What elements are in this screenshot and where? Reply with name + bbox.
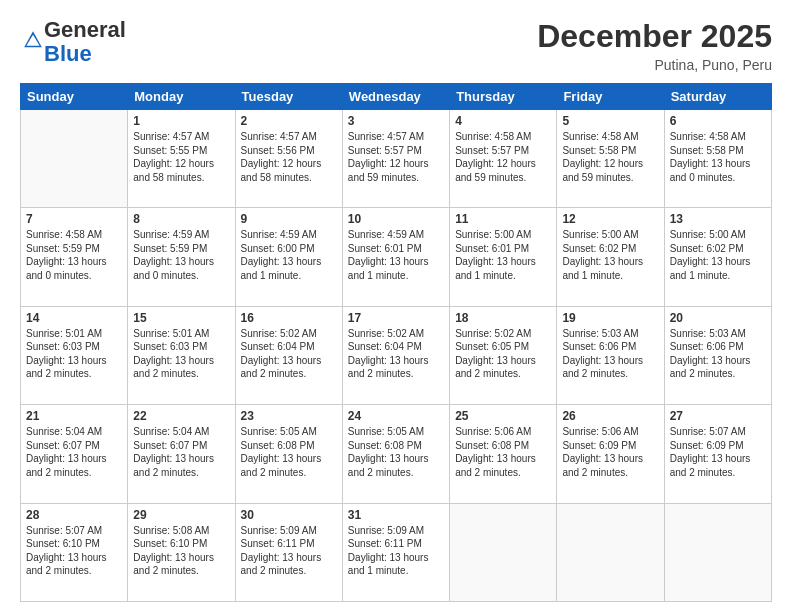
calendar-cell (450, 503, 557, 601)
day-info: Sunrise: 4:57 AMSunset: 5:57 PMDaylight:… (348, 130, 444, 184)
logo-icon (22, 29, 44, 51)
day-number: 6 (670, 114, 766, 128)
calendar-cell: 16Sunrise: 5:02 AMSunset: 6:04 PMDayligh… (235, 306, 342, 404)
day-number: 31 (348, 508, 444, 522)
day-info: Sunrise: 4:57 AMSunset: 5:56 PMDaylight:… (241, 130, 337, 184)
calendar-cell: 27Sunrise: 5:07 AMSunset: 6:09 PMDayligh… (664, 405, 771, 503)
calendar-cell: 18Sunrise: 5:02 AMSunset: 6:05 PMDayligh… (450, 306, 557, 404)
day-number: 4 (455, 114, 551, 128)
calendar-day-header: Tuesday (235, 84, 342, 110)
day-number: 26 (562, 409, 658, 423)
calendar-cell: 26Sunrise: 5:06 AMSunset: 6:09 PMDayligh… (557, 405, 664, 503)
month-title: December 2025 (537, 18, 772, 55)
location: Putina, Puno, Peru (537, 57, 772, 73)
calendar-cell: 6Sunrise: 4:58 AMSunset: 5:58 PMDaylight… (664, 110, 771, 208)
calendar-cell: 9Sunrise: 4:59 AMSunset: 6:00 PMDaylight… (235, 208, 342, 306)
day-info: Sunrise: 5:05 AMSunset: 6:08 PMDaylight:… (348, 425, 444, 479)
day-info: Sunrise: 5:00 AMSunset: 6:01 PMDaylight:… (455, 228, 551, 282)
day-number: 11 (455, 212, 551, 226)
day-info: Sunrise: 4:59 AMSunset: 6:00 PMDaylight:… (241, 228, 337, 282)
calendar-cell (557, 503, 664, 601)
day-info: Sunrise: 5:01 AMSunset: 6:03 PMDaylight:… (133, 327, 229, 381)
day-info: Sunrise: 5:05 AMSunset: 6:08 PMDaylight:… (241, 425, 337, 479)
day-number: 23 (241, 409, 337, 423)
calendar-cell: 28Sunrise: 5:07 AMSunset: 6:10 PMDayligh… (21, 503, 128, 601)
calendar-cell: 17Sunrise: 5:02 AMSunset: 6:04 PMDayligh… (342, 306, 449, 404)
calendar-cell: 31Sunrise: 5:09 AMSunset: 6:11 PMDayligh… (342, 503, 449, 601)
header: General Blue December 2025 Putina, Puno,… (20, 18, 772, 73)
day-number: 3 (348, 114, 444, 128)
day-info: Sunrise: 4:58 AMSunset: 5:58 PMDaylight:… (562, 130, 658, 184)
day-info: Sunrise: 5:04 AMSunset: 6:07 PMDaylight:… (26, 425, 122, 479)
day-info: Sunrise: 4:58 AMSunset: 5:59 PMDaylight:… (26, 228, 122, 282)
calendar-week-row: 1Sunrise: 4:57 AMSunset: 5:55 PMDaylight… (21, 110, 772, 208)
day-info: Sunrise: 5:09 AMSunset: 6:11 PMDaylight:… (348, 524, 444, 578)
calendar-day-header: Thursday (450, 84, 557, 110)
day-info: Sunrise: 5:03 AMSunset: 6:06 PMDaylight:… (562, 327, 658, 381)
calendar-cell: 21Sunrise: 5:04 AMSunset: 6:07 PMDayligh… (21, 405, 128, 503)
day-info: Sunrise: 4:57 AMSunset: 5:55 PMDaylight:… (133, 130, 229, 184)
day-info: Sunrise: 5:02 AMSunset: 6:04 PMDaylight:… (241, 327, 337, 381)
day-number: 22 (133, 409, 229, 423)
calendar-cell: 10Sunrise: 4:59 AMSunset: 6:01 PMDayligh… (342, 208, 449, 306)
page: General Blue December 2025 Putina, Puno,… (0, 0, 792, 612)
day-number: 14 (26, 311, 122, 325)
calendar-day-header: Saturday (664, 84, 771, 110)
day-info: Sunrise: 5:04 AMSunset: 6:07 PMDaylight:… (133, 425, 229, 479)
calendar-cell (664, 503, 771, 601)
calendar-cell: 29Sunrise: 5:08 AMSunset: 6:10 PMDayligh… (128, 503, 235, 601)
day-number: 1 (133, 114, 229, 128)
calendar-cell: 4Sunrise: 4:58 AMSunset: 5:57 PMDaylight… (450, 110, 557, 208)
day-info: Sunrise: 4:58 AMSunset: 5:58 PMDaylight:… (670, 130, 766, 184)
calendar-cell: 2Sunrise: 4:57 AMSunset: 5:56 PMDaylight… (235, 110, 342, 208)
calendar-cell (21, 110, 128, 208)
day-number: 27 (670, 409, 766, 423)
day-info: Sunrise: 5:08 AMSunset: 6:10 PMDaylight:… (133, 524, 229, 578)
calendar-cell: 25Sunrise: 5:06 AMSunset: 6:08 PMDayligh… (450, 405, 557, 503)
day-info: Sunrise: 5:07 AMSunset: 6:09 PMDaylight:… (670, 425, 766, 479)
day-number: 8 (133, 212, 229, 226)
day-number: 2 (241, 114, 337, 128)
title-area: December 2025 Putina, Puno, Peru (537, 18, 772, 73)
day-info: Sunrise: 5:03 AMSunset: 6:06 PMDaylight:… (670, 327, 766, 381)
calendar-cell: 14Sunrise: 5:01 AMSunset: 6:03 PMDayligh… (21, 306, 128, 404)
day-number: 17 (348, 311, 444, 325)
day-info: Sunrise: 4:59 AMSunset: 5:59 PMDaylight:… (133, 228, 229, 282)
day-info: Sunrise: 5:06 AMSunset: 6:09 PMDaylight:… (562, 425, 658, 479)
calendar-week-row: 21Sunrise: 5:04 AMSunset: 6:07 PMDayligh… (21, 405, 772, 503)
day-number: 24 (348, 409, 444, 423)
calendar-week-row: 14Sunrise: 5:01 AMSunset: 6:03 PMDayligh… (21, 306, 772, 404)
calendar-cell: 24Sunrise: 5:05 AMSunset: 6:08 PMDayligh… (342, 405, 449, 503)
calendar-table: SundayMondayTuesdayWednesdayThursdayFrid… (20, 83, 772, 602)
day-number: 25 (455, 409, 551, 423)
calendar-day-header: Wednesday (342, 84, 449, 110)
calendar-cell: 12Sunrise: 5:00 AMSunset: 6:02 PMDayligh… (557, 208, 664, 306)
day-info: Sunrise: 4:59 AMSunset: 6:01 PMDaylight:… (348, 228, 444, 282)
day-number: 10 (348, 212, 444, 226)
day-number: 16 (241, 311, 337, 325)
calendar-day-header: Friday (557, 84, 664, 110)
day-number: 5 (562, 114, 658, 128)
day-info: Sunrise: 5:00 AMSunset: 6:02 PMDaylight:… (562, 228, 658, 282)
calendar-cell: 22Sunrise: 5:04 AMSunset: 6:07 PMDayligh… (128, 405, 235, 503)
day-info: Sunrise: 4:58 AMSunset: 5:57 PMDaylight:… (455, 130, 551, 184)
day-number: 9 (241, 212, 337, 226)
calendar-cell: 20Sunrise: 5:03 AMSunset: 6:06 PMDayligh… (664, 306, 771, 404)
calendar-cell: 8Sunrise: 4:59 AMSunset: 5:59 PMDaylight… (128, 208, 235, 306)
day-info: Sunrise: 5:09 AMSunset: 6:11 PMDaylight:… (241, 524, 337, 578)
calendar-cell: 15Sunrise: 5:01 AMSunset: 6:03 PMDayligh… (128, 306, 235, 404)
day-number: 19 (562, 311, 658, 325)
calendar-week-row: 7Sunrise: 4:58 AMSunset: 5:59 PMDaylight… (21, 208, 772, 306)
day-number: 21 (26, 409, 122, 423)
calendar-cell: 19Sunrise: 5:03 AMSunset: 6:06 PMDayligh… (557, 306, 664, 404)
day-info: Sunrise: 5:06 AMSunset: 6:08 PMDaylight:… (455, 425, 551, 479)
calendar-cell: 7Sunrise: 4:58 AMSunset: 5:59 PMDaylight… (21, 208, 128, 306)
day-number: 29 (133, 508, 229, 522)
day-number: 7 (26, 212, 122, 226)
calendar-header-row: SundayMondayTuesdayWednesdayThursdayFrid… (21, 84, 772, 110)
calendar-cell: 3Sunrise: 4:57 AMSunset: 5:57 PMDaylight… (342, 110, 449, 208)
day-number: 20 (670, 311, 766, 325)
calendar-day-header: Monday (128, 84, 235, 110)
day-info: Sunrise: 5:07 AMSunset: 6:10 PMDaylight:… (26, 524, 122, 578)
day-number: 28 (26, 508, 122, 522)
